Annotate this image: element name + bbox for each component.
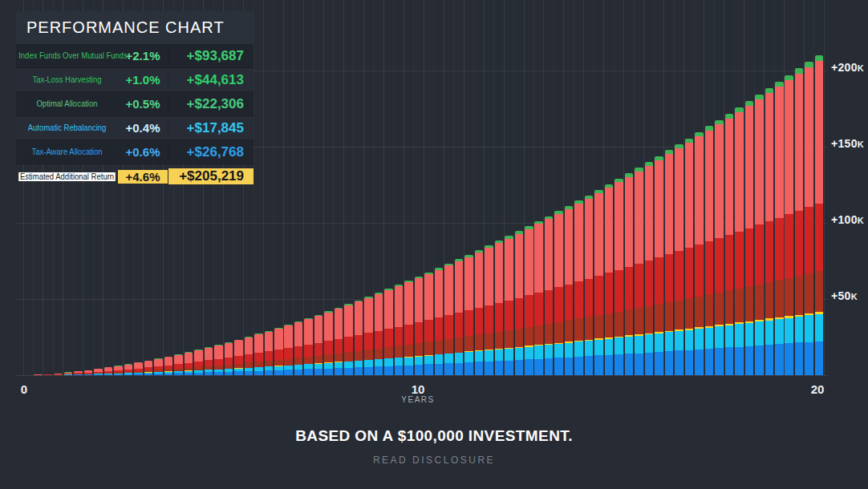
stacked-bar[interactable]: [574, 200, 583, 375]
stacked-bar[interactable]: [114, 366, 123, 375]
stacked-bar[interactable]: [124, 364, 133, 375]
stacked-bar[interactable]: [625, 173, 634, 375]
stacked-bar[interactable]: [294, 321, 303, 375]
stacked-bar[interactable]: [84, 370, 93, 375]
gridline-vertical: [493, 0, 494, 375]
segment-tax-aware-allocation: [314, 356, 323, 364]
stacked-bar[interactable]: [364, 297, 373, 375]
stacked-bar[interactable]: [515, 231, 524, 375]
stacked-bar[interactable]: [104, 367, 113, 375]
stacked-bar[interactable]: [455, 259, 464, 375]
stacked-bar[interactable]: [534, 221, 543, 375]
stacked-bar[interactable]: [525, 226, 533, 375]
stacked-bar[interactable]: [164, 357, 173, 375]
stacked-bar[interactable]: [444, 264, 453, 375]
segment-optimal-allocation: [134, 374, 143, 375]
segment-automatic-rebalancing: [725, 325, 734, 348]
stacked-bar[interactable]: [214, 345, 223, 375]
read-disclosure-link[interactable]: READ DISCLOSURE: [373, 455, 495, 466]
segment-tax-loss-harvesting: [605, 273, 614, 313]
stacked-bar[interactable]: [795, 68, 804, 375]
stacked-bar[interactable]: [505, 236, 513, 375]
stacked-bar[interactable]: [64, 372, 73, 375]
stacked-bar[interactable]: [185, 352, 193, 375]
stacked-bar[interactable]: [775, 82, 784, 375]
stacked-bar[interactable]: [815, 55, 824, 375]
stacked-bar[interactable]: [725, 114, 734, 375]
stacked-bar[interactable]: [745, 101, 754, 375]
stacked-bar[interactable]: [665, 150, 674, 375]
stacked-bar[interactable]: [44, 374, 53, 375]
segment-tax-aware-allocation: [294, 358, 303, 365]
stacked-bar[interactable]: [314, 315, 323, 375]
segment-tax-aware-allocation: [364, 350, 373, 359]
stacked-bar[interactable]: [134, 362, 143, 375]
stacked-bar[interactable]: [495, 240, 504, 375]
stacked-bar[interactable]: [205, 347, 213, 375]
stacked-bar[interactable]: [324, 311, 333, 375]
stacked-bar[interactable]: [635, 168, 643, 375]
stacked-bar[interactable]: [344, 304, 353, 375]
segment-index-funds-over-mutual-funds: [525, 229, 533, 296]
segment-automatic-rebalancing: [404, 358, 413, 366]
stacked-bar[interactable]: [34, 374, 43, 375]
stacked-bar[interactable]: [284, 325, 293, 375]
segment-tax-aware-allocation: [565, 320, 574, 341]
segment-automatic-rebalancing: [785, 318, 793, 344]
segment-tax-loss-harvesting: [705, 241, 714, 294]
stacked-bar[interactable]: [265, 331, 274, 375]
stacked-bar[interactable]: [234, 340, 243, 375]
stacked-bar[interactable]: [765, 88, 774, 375]
stacked-bar[interactable]: [715, 120, 724, 375]
stacked-bar[interactable]: [464, 255, 473, 375]
stacked-bar[interactable]: [74, 371, 83, 375]
stacked-bar[interactable]: [585, 196, 594, 375]
stacked-bar[interactable]: [805, 62, 813, 375]
stacked-bar[interactable]: [375, 293, 383, 375]
stacked-bar[interactable]: [254, 333, 263, 375]
stacked-bar[interactable]: [735, 107, 744, 375]
stacked-bar[interactable]: [144, 361, 153, 375]
stacked-bar[interactable]: [705, 126, 714, 375]
stacked-bar[interactable]: [335, 308, 343, 375]
segment-tax-loss-harvesting: [655, 257, 663, 304]
stacked-bar[interactable]: [435, 268, 444, 375]
stacked-bar[interactable]: [685, 139, 694, 375]
stacked-bar[interactable]: [475, 250, 484, 375]
segment-tax-aware-allocation: [695, 297, 704, 328]
stacked-bar[interactable]: [605, 184, 614, 375]
segment-automatic-rebalancing: [455, 353, 464, 362]
stacked-bar[interactable]: [675, 144, 683, 375]
legend-label: Index Funds Over Mutual Funds: [18, 51, 116, 60]
stacked-bar[interactable]: [404, 281, 413, 375]
stacked-bar[interactable]: [225, 342, 233, 375]
stacked-bar[interactable]: [785, 75, 793, 375]
stacked-bar[interactable]: [274, 328, 283, 375]
stacked-bar[interactable]: [594, 190, 603, 375]
stacked-bar[interactable]: [154, 358, 163, 375]
stacked-bar[interactable]: [194, 350, 203, 375]
stacked-bar[interactable]: [554, 211, 563, 375]
stacked-bar[interactable]: [655, 156, 663, 375]
segment-tax-aware-allocation: [534, 325, 543, 345]
stacked-bar[interactable]: [485, 245, 493, 375]
stacked-bar[interactable]: [304, 318, 313, 375]
stacked-bar[interactable]: [245, 337, 254, 375]
stacked-bar[interactable]: [415, 277, 424, 375]
stacked-bar[interactable]: [174, 354, 183, 375]
stacked-bar[interactable]: [54, 374, 63, 375]
stacked-bar[interactable]: [614, 179, 623, 375]
stacked-bar[interactable]: [645, 162, 654, 375]
stacked-bar[interactable]: [94, 369, 103, 375]
stacked-bar[interactable]: [695, 132, 704, 375]
stacked-bar[interactable]: [395, 285, 404, 375]
stacked-bar[interactable]: [755, 95, 764, 375]
stacked-bar[interactable]: [424, 273, 433, 375]
stacked-bar[interactable]: [565, 206, 574, 375]
segment-index-funds-over-mutual-funds: [364, 298, 373, 333]
stacked-bar[interactable]: [384, 289, 393, 375]
stacked-bar[interactable]: [355, 301, 363, 375]
segment-automatic-rebalancing: [554, 344, 563, 358]
stacked-bar[interactable]: [545, 216, 554, 375]
footer: BASED ON A $100,000 INVESTMENT. READ DIS…: [0, 413, 868, 489]
